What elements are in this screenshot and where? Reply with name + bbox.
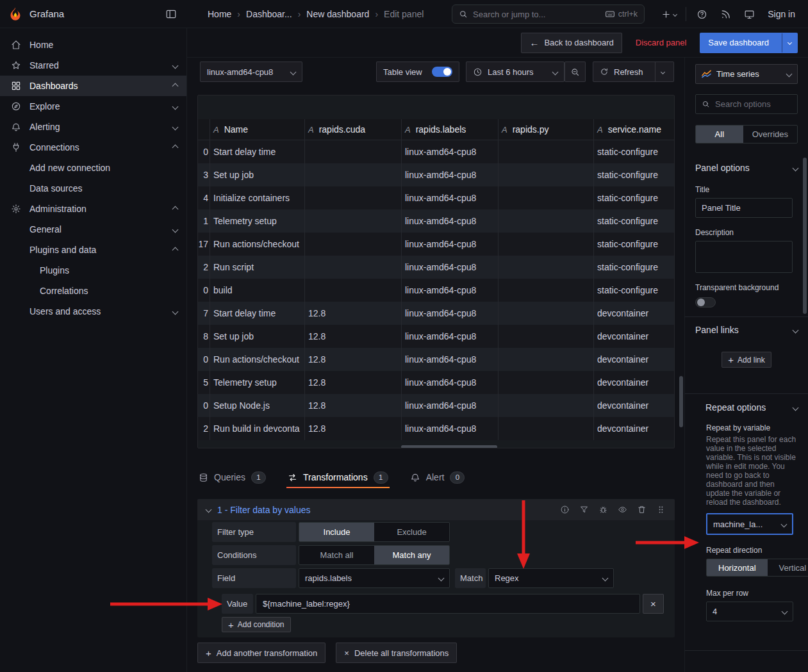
tab-overrides[interactable]: Overrides <box>743 126 797 143</box>
delete-all-transformations-button[interactable]: × Delete all transformations <box>336 643 457 663</box>
column-header-rapids-cuda[interactable]: Arapids.cuda <box>304 119 401 140</box>
panel-title-input[interactable] <box>695 198 793 218</box>
chevron-down-icon <box>786 71 793 78</box>
row-index-cell: 0 <box>198 348 210 371</box>
tab-all[interactable]: All <box>696 126 743 143</box>
tab-queries[interactable]: Queries1 <box>197 466 267 489</box>
options-scrollbar-thumb[interactable] <box>803 158 807 314</box>
sidebar-item-data-sources[interactable]: Data sources <box>0 178 186 199</box>
screen-share-icon[interactable] <box>744 9 755 20</box>
drag-handle-icon[interactable] <box>656 505 666 514</box>
sidebar-item-users-and-access[interactable]: Users and access <box>0 301 186 322</box>
sidebar-item-add-new-connection[interactable]: Add new connection <box>0 158 186 178</box>
discard-panel-button[interactable]: Discard panel <box>627 33 695 53</box>
back-to-dashboard-button[interactable]: ← Back to dashboard <box>521 33 622 53</box>
sidebar-item-plugins-and-data[interactable]: Plugins and data <box>0 240 186 260</box>
table-cell: linux-amd64-cpu8 <box>401 371 498 394</box>
max-per-row-select[interactable]: 4 <box>706 602 793 621</box>
main-scrollbar-thumb[interactable] <box>679 376 683 427</box>
time-range-picker[interactable]: Last 6 hours <box>466 61 565 82</box>
eye-icon[interactable] <box>618 505 627 514</box>
filter-icon[interactable] <box>579 505 589 514</box>
horizontal-scrollbar-thumb[interactable] <box>401 445 497 448</box>
options-search-input[interactable] <box>715 99 791 109</box>
repeat-options-section-header[interactable]: Repeat options <box>695 402 798 413</box>
repeat-variable-select[interactable]: machine_la... <box>706 513 793 535</box>
transparent-background-label: Transparent background <box>695 283 798 292</box>
repeat-by-variable-label: Repeat by variable <box>706 423 798 432</box>
row-index-cell: 2 <box>198 417 210 440</box>
column-header-name[interactable]: AName <box>210 119 304 140</box>
dock-sidebar-icon[interactable] <box>165 8 177 20</box>
match-select[interactable]: Regex <box>488 568 614 588</box>
column-header-rapids-py[interactable]: Arapids.py <box>498 119 593 140</box>
help-icon[interactable] <box>697 9 707 20</box>
collapse-chevron-icon[interactable] <box>206 507 212 513</box>
sidebar-item-connections[interactable]: Connections <box>0 137 186 158</box>
sidebar-item-starred[interactable]: Starred <box>0 55 186 76</box>
column-header-rapids-labels[interactable]: Arapids.labels <box>401 119 498 140</box>
search-shortcut: ctrl+k <box>605 9 638 19</box>
sidebar-item-dashboards[interactable]: Dashboards <box>0 76 186 96</box>
tab-transformations[interactable]: Transformations1 <box>286 466 390 489</box>
field-select-value: rapids.labels <box>305 573 352 583</box>
info-icon[interactable] <box>560 505 570 514</box>
sidebar-item-correlations[interactable]: Correlations <box>0 281 186 301</box>
breadcrumb-home[interactable]: Home <box>208 9 231 19</box>
sidebar-item-general[interactable]: General <box>0 219 186 240</box>
trash-icon[interactable] <box>637 505 647 514</box>
brand[interactable]: Grafana <box>8 6 64 22</box>
breadcrumb-new-dashboard[interactable]: New dashboard <box>306 9 369 19</box>
description-label: Description <box>695 228 798 237</box>
chevron-down-icon <box>673 12 677 16</box>
visualization-picker[interactable]: Time series <box>695 64 798 84</box>
column-divider <box>401 119 402 440</box>
sidebar-item-explore[interactable]: Explore <box>0 96 186 117</box>
match-any-option[interactable]: Match any <box>374 546 449 564</box>
repeat-options-title: Repeat options <box>705 402 766 413</box>
panel-links-section-header[interactable]: Panel links <box>695 325 798 335</box>
save-dashboard-button[interactable]: Save dashboard <box>700 33 798 53</box>
transformation-title[interactable]: 1 - Filter data by values <box>217 505 311 515</box>
debug-icon[interactable] <box>598 505 608 514</box>
add-transformation-button[interactable]: + Add another transformation <box>197 643 326 663</box>
table-cell: 12.8 <box>304 371 401 394</box>
refresh-interval-dropdown[interactable] <box>655 62 670 81</box>
save-dashboard-dropdown[interactable] <box>782 33 797 53</box>
global-search[interactable]: ctrl+k <box>452 4 645 24</box>
sidebar-item-alerting[interactable]: Alerting <box>0 117 186 137</box>
add-condition-button[interactable]: + Add condition <box>222 617 291 632</box>
sidebar-item-plugins[interactable]: Plugins <box>0 260 186 281</box>
global-search-input[interactable] <box>473 10 600 19</box>
refresh-button[interactable]: Refresh <box>593 62 650 81</box>
filter-include-option[interactable]: Include <box>299 523 374 541</box>
field-select[interactable]: rapids.labels <box>299 568 450 588</box>
sidebar-item-home[interactable]: Home <box>0 35 186 55</box>
direction-horizontal-option[interactable]: Horizontal <box>707 559 768 576</box>
table-view-toggle[interactable] <box>432 67 452 77</box>
sign-in-link[interactable]: Sign in <box>768 9 795 19</box>
column-header-service-name[interactable]: Aservice.name <box>593 119 674 140</box>
breadcrumb: Home›Dashboar...›New dashboard›Edit pane… <box>208 9 424 19</box>
add-link-button[interactable]: + Add link <box>721 352 771 368</box>
transparent-background-toggle[interactable] <box>695 297 716 307</box>
new-menu-button[interactable] <box>661 9 677 20</box>
tab-alert[interactable]: Alert0 <box>409 466 466 489</box>
template-variable-picker[interactable]: linux-amd64-cpu8 <box>200 61 302 82</box>
match-all-option[interactable]: Match all <box>299 546 374 564</box>
remove-condition-button[interactable]: × <box>643 594 664 614</box>
description-textarea[interactable] <box>695 241 793 273</box>
news-rss-icon[interactable] <box>720 9 731 20</box>
save-dashboard-label[interactable]: Save dashboard <box>700 33 777 53</box>
table-cell: linux-amd64-cpu8 <box>401 186 498 209</box>
value-input[interactable] <box>256 594 640 614</box>
table-body: 0Start delay timelinux-amd64-cpu8static-… <box>198 140 674 440</box>
options-search[interactable] <box>695 94 798 114</box>
sidebar-item-administration[interactable]: Administration <box>0 199 186 219</box>
direction-vertical-option[interactable]: Vertical <box>768 559 808 576</box>
panel-options-section-header[interactable]: Panel options <box>695 163 798 173</box>
breadcrumb-dashboar[interactable]: Dashboar... <box>246 9 292 19</box>
filter-exclude-option[interactable]: Exclude <box>374 523 449 541</box>
zoom-out-time-button[interactable] <box>565 61 586 82</box>
table-cell: linux-amd64-cpu8 <box>401 325 498 348</box>
